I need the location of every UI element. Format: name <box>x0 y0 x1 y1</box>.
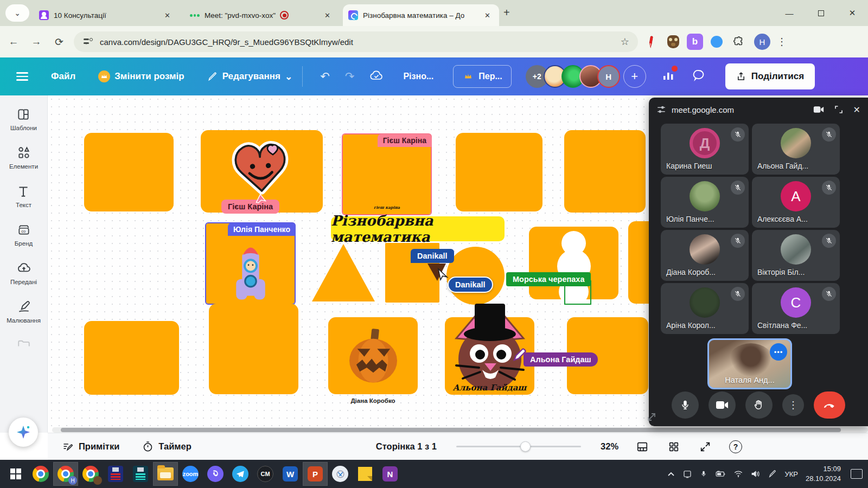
panel-resize-handle[interactable] <box>647 412 656 422</box>
participant-tile[interactable]: А Алексєєва А... <box>752 177 840 228</box>
participant-tile[interactable]: Діана Короб... <box>661 230 749 281</box>
grid-view-button[interactable] <box>666 439 681 454</box>
taskbar-chrome[interactable] <box>28 462 53 486</box>
participant-tile[interactable]: Юлія Панче... <box>661 177 749 228</box>
tab-meet[interactable]: Meet: "pvd-mxvo-xox" ✕ <box>184 4 339 26</box>
taskbar-viber[interactable] <box>203 462 228 486</box>
sticky-card[interactable] <box>209 304 298 394</box>
sticky-card-selected-pink[interactable]: Гієш Каріна гіеш каріна <box>343 134 431 214</box>
sidebar-item-elements[interactable]: Елементи <box>9 146 38 170</box>
editing-mode-menu[interactable]: Редагування ⌄ <box>207 71 293 82</box>
participant-tile[interactable]: Вікторія Біл... <box>752 230 840 281</box>
canva-assistant-button[interactable] <box>9 418 38 447</box>
undo-button[interactable]: ↶ <box>320 70 330 83</box>
taskbar-zoom[interactable]: zoom <box>178 462 203 486</box>
raise-hand-button[interactable] <box>745 391 773 419</box>
owl-extension-icon[interactable] <box>665 34 681 50</box>
url-bar[interactable]: canva.com/design/DAGU3GC_HRQ/9r_s_MuedG9… <box>74 31 638 52</box>
end-call-button[interactable] <box>814 391 845 419</box>
circle-shape[interactable] <box>446 247 505 305</box>
redo-button[interactable]: ↷ <box>345 70 355 83</box>
file-menu[interactable]: Файл <box>51 71 75 82</box>
meet-pip-panel[interactable]: meet.google.com ✕ Д Карина Гиеш Альона Г… <box>649 98 868 426</box>
pumpkin-sticker[interactable] <box>343 325 403 386</box>
more-options-button[interactable]: ••• <box>770 343 787 361</box>
sidebar-item-projects-partial[interactable] <box>17 338 31 347</box>
rocket-sticker[interactable] <box>225 239 277 303</box>
comments-button[interactable] <box>692 69 706 85</box>
participant-tile[interactable]: Аріна Корол... <box>661 283 749 334</box>
board-title[interactable]: Різнобарвна математика <box>331 216 505 241</box>
collaborator-avatar-self[interactable]: H <box>597 65 620 88</box>
sticky-card[interactable] <box>84 321 179 395</box>
expand-icon[interactable] <box>834 105 844 114</box>
mic-button[interactable] <box>672 391 699 419</box>
taskbar-clock[interactable]: 15:09 28.10.2024 <box>806 464 841 483</box>
pen-input-icon[interactable] <box>768 470 777 478</box>
browser-menu-icon[interactable]: ⋮ <box>777 36 787 48</box>
taskbar-word[interactable]: W <box>278 462 303 486</box>
tray-mic-icon[interactable] <box>700 470 707 478</box>
tune-icon[interactable] <box>656 105 666 114</box>
presentation-view-button[interactable] <box>635 439 650 454</box>
close-tab-icon[interactable]: ✕ <box>321 10 334 21</box>
new-tab-button[interactable]: + <box>503 7 510 19</box>
horizontal-scrollbar[interactable] <box>52 427 868 433</box>
pro-button[interactable]: Пер... <box>453 65 512 88</box>
design-title[interactable]: Різно... <box>403 72 433 81</box>
notification-center-icon[interactable] <box>851 469 863 479</box>
back-button[interactable]: ← <box>4 33 23 51</box>
taskbar-app-teal-disk[interactable] <box>128 462 153 486</box>
wifi-icon[interactable] <box>733 470 743 478</box>
taskbar-telegram[interactable] <box>228 462 253 486</box>
camera-button[interactable] <box>709 391 736 419</box>
tray-chevron-icon[interactable] <box>667 471 675 477</box>
browser-profile-avatar[interactable]: H <box>754 34 770 50</box>
language-indicator[interactable]: УКР <box>784 470 798 478</box>
marker-extension-icon[interactable] <box>643 34 660 50</box>
taskbar-file-explorer[interactable] <box>153 462 178 486</box>
taskbar-sticky-notes[interactable] <box>353 462 378 486</box>
taskbar-cm-app[interactable]: CM <box>253 462 278 486</box>
blue-dot-extension-icon[interactable] <box>709 34 725 50</box>
hamburger-menu-icon[interactable] <box>16 72 28 81</box>
taskbar-chrome-profile-h[interactable]: H <box>53 462 78 486</box>
tablet-mode-icon[interactable] <box>682 470 692 478</box>
notes-button[interactable]: Примітки <box>62 441 119 452</box>
battery-icon[interactable] <box>715 470 726 478</box>
sticky-card[interactable] <box>84 133 174 211</box>
close-icon[interactable]: ✕ <box>853 105 860 115</box>
triangle-shape[interactable] <box>312 244 375 301</box>
taskbar-onenote[interactable]: N <box>378 462 403 486</box>
sticky-card-pumpkin[interactable] <box>328 317 418 394</box>
close-tab-icon[interactable]: ✕ <box>161 10 174 21</box>
extensions-puzzle-icon[interactable] <box>730 34 746 50</box>
maximize-button[interactable] <box>805 0 837 26</box>
help-button[interactable]: ? <box>729 440 742 453</box>
reload-button[interactable]: ⟳ <box>50 33 68 51</box>
taskbar-chrome-profile-2[interactable] <box>78 462 103 486</box>
taskbar-snipping-app[interactable] <box>328 462 353 486</box>
zoom-slider[interactable] <box>456 446 581 447</box>
taskbar-app-red-disk[interactable] <box>103 462 128 486</box>
bookmark-star-icon[interactable]: ☆ <box>621 36 629 48</box>
fullscreen-button[interactable] <box>698 439 713 454</box>
volume-icon[interactable] <box>751 470 761 478</box>
add-collaborator-button[interactable]: + <box>623 65 646 88</box>
sidebar-item-draw[interactable]: Малювання <box>7 300 41 324</box>
sidebar-item-uploads[interactable]: Передані <box>10 261 37 285</box>
camera-icon[interactable] <box>813 105 824 114</box>
sticky-card[interactable] <box>564 130 646 213</box>
sticky-card-selected-rocket[interactable]: Юлія Панченко <box>206 223 295 304</box>
share-button[interactable]: Поділитися <box>725 63 815 89</box>
sticky-card[interactable] <box>456 133 542 211</box>
scrollbar-thumb[interactable] <box>61 428 841 432</box>
sidebar-item-brand[interactable]: co Бренд <box>15 223 33 247</box>
minimize-button[interactable]: — <box>774 0 805 26</box>
timer-button[interactable]: Таймер <box>142 441 191 452</box>
sidebar-item-text[interactable]: Текст <box>16 184 31 208</box>
tab-canva-active[interactable]: Різнобарвна математика – До ✕ <box>343 4 499 26</box>
participant-tile[interactable]: С Світлана Фе... <box>752 283 840 334</box>
participant-tile[interactable]: Д Карина Гиеш <box>661 124 749 175</box>
site-info-icon[interactable] <box>82 36 93 47</box>
